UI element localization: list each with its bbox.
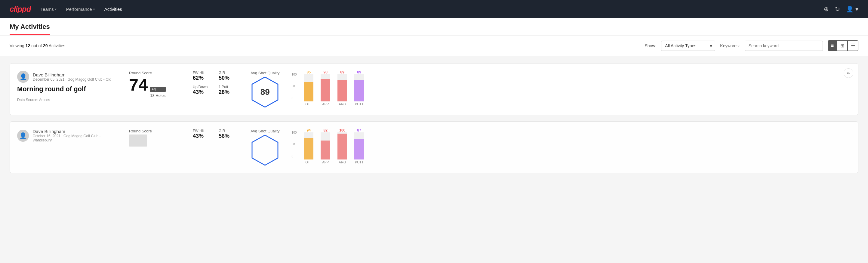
avatar-2: 👤 [17, 130, 29, 142]
bar-app-track [320, 74, 330, 101]
bar-putt-2: 87 PUTT [354, 128, 364, 164]
hex-score: 89 [260, 87, 270, 97]
user-info: Dave Billingham December 05, 2021 · Gog … [33, 72, 111, 82]
list-detail-view-button[interactable]: ☰ [847, 40, 858, 51]
bar-ott-label: OTT [305, 102, 312, 106]
hexagon-wrapper-2 [251, 135, 280, 166]
performance-chevron-icon: ▾ [93, 7, 95, 11]
user-menu-icon[interactable]: 👤 ▾ [846, 5, 858, 12]
bar-chart: 100 50 0 85 OTT 90 [287, 73, 395, 106]
logo[interactable]: clippd [10, 4, 31, 14]
bar-app-value: 90 [323, 70, 328, 74]
bar-app-label: APP [322, 102, 329, 106]
stat-gir: GIR 50% [219, 71, 241, 81]
score-placeholder [129, 135, 147, 147]
quality-label-and-hex-2: Avg Shot Quality [251, 129, 280, 166]
stats-section: FW Hit 62% GIR 50% Up/Down 43% 1 Putt 28… [193, 71, 241, 95]
navbar: clippd Teams ▾ Performance ▾ Activities … [0, 0, 868, 18]
round-score-label-2: Round Score [129, 129, 183, 133]
activity-type-select-wrapper: All Activity Types ▾ [661, 40, 715, 51]
stat-1putt: 1 Putt 28% [219, 85, 241, 95]
user-date-2: October 16, 2021 · Gog Magog Golf Club -… [32, 134, 119, 142]
hexagon-wrapper: 89 [251, 77, 280, 108]
nav-teams[interactable]: Teams ▾ [40, 5, 57, 13]
viewing-text: Viewing 12 out of 29 Activities [10, 43, 640, 48]
bar-putt-track [354, 74, 364, 101]
add-icon[interactable]: ⊕ [824, 5, 829, 12]
stat-fw-hit-2: FW Hit 43% [193, 129, 215, 139]
round-score-label: Round Score [129, 71, 183, 75]
activity-card-2: 👤 Dave Billingham October 16, 2021 · Gog… [10, 121, 858, 173]
nav-performance[interactable]: Performance ▾ [66, 5, 95, 13]
score-badge: +4 [150, 87, 165, 92]
show-label: Show: [645, 43, 656, 48]
quality-section-2: Avg Shot Quality 100 50 0 [251, 129, 395, 166]
bar-ott: 85 OTT [304, 70, 313, 106]
y-label-100: 100 [292, 73, 297, 76]
user-name-2: Dave Billingham [32, 129, 119, 134]
user-date: December 05, 2021 · Gog Magog Golf Club … [33, 77, 111, 82]
grid-view-button[interactable]: ⊞ [837, 40, 847, 51]
activity-title: Morning round of golf [17, 85, 119, 93]
score-main: 74 +4 18 Holes [129, 77, 183, 98]
user-row: 👤 Dave Billingham December 05, 2021 · Go… [17, 71, 119, 83]
bar-arg-label: ARG [339, 102, 346, 106]
bar-putt-label: PUTT [355, 102, 364, 106]
activity-card: ✏ 👤 Dave Billingham December 05, 2021 · … [10, 63, 858, 115]
bar-app-2: 82 APP [320, 128, 330, 164]
y-label-50: 50 [292, 85, 297, 88]
score-section: Round Score 74 +4 18 Holes [129, 71, 183, 98]
quality-label-2: Avg Shot Quality [251, 129, 280, 133]
bar-arg-2: 106 ARG [337, 128, 347, 164]
nav-icons: ⊕ ↻ 👤 ▾ [824, 5, 858, 12]
viewing-count: 12 [26, 43, 30, 48]
teams-chevron-icon: ▾ [55, 7, 57, 11]
data-source: Data Source: Arccos [17, 98, 119, 102]
bar-chart-2: 100 50 0 94 OTT 82 [287, 131, 395, 164]
bar-app-fill [320, 79, 330, 101]
card-left-2: 👤 Dave Billingham October 16, 2021 · Gog… [17, 129, 119, 145]
hexagon: 89 [251, 77, 279, 108]
bar-ott-track [304, 74, 313, 101]
bar-putt-fill [354, 80, 364, 101]
bar-ott-value: 85 [307, 70, 311, 74]
bar-ott-2: 94 OTT [304, 128, 313, 164]
view-buttons: ≡ ⊞ ☰ [828, 40, 858, 51]
stat-updown: Up/Down 43% [193, 85, 215, 95]
bar-putt-value: 89 [357, 70, 361, 74]
y-label-0: 0 [292, 96, 297, 100]
page-header: My Activities [0, 18, 868, 35]
bars-container-2: 100 50 0 94 OTT 82 [292, 131, 395, 164]
search-input[interactable] [745, 40, 823, 51]
stats-section-2: FW Hit 43% GIR 56% [193, 129, 241, 139]
y-axis: 100 50 0 [292, 73, 297, 100]
content: ✏ 👤 Dave Billingham December 05, 2021 · … [0, 56, 868, 186]
hexagon-2 [251, 135, 279, 166]
bars-container: 100 50 0 85 OTT 90 [292, 73, 395, 106]
user-row-2: 👤 Dave Billingham October 16, 2021 · Gog… [17, 129, 119, 142]
bar-arg-track [337, 74, 347, 101]
score-section-2: Round Score [129, 129, 183, 147]
refresh-icon[interactable]: ↻ [835, 5, 840, 12]
list-compact-view-button[interactable]: ≡ [828, 40, 837, 51]
quality-label: Avg Shot Quality [251, 71, 280, 75]
edit-button[interactable]: ✏ [844, 68, 853, 78]
quality-label-and-hex: Avg Shot Quality 89 [251, 71, 280, 108]
user-name: Dave Billingham [33, 72, 111, 77]
y-axis-2: 100 50 0 [292, 131, 297, 158]
bar-arg-value: 89 [340, 70, 344, 74]
quality-section: Avg Shot Quality 89 100 50 [251, 71, 395, 108]
stat-fw-hit: FW Hit 62% [193, 71, 215, 81]
bar-ott-fill [304, 82, 313, 101]
stat-gir-2: GIR 56% [219, 129, 241, 139]
toolbar: Viewing 12 out of 29 Activities Show: Al… [0, 35, 868, 56]
score-holes: 18 Holes [150, 93, 165, 98]
bar-app: 90 APP [320, 70, 330, 106]
page-title: My Activities [10, 23, 50, 35]
bar-putt: 89 PUTT [354, 70, 364, 106]
score-number: 74 [129, 77, 148, 93]
score-meta: +4 18 Holes [150, 87, 165, 98]
user-info-2: Dave Billingham October 16, 2021 · Gog M… [32, 129, 119, 142]
activity-type-select[interactable]: All Activity Types [661, 40, 715, 51]
nav-activities[interactable]: Activities [104, 5, 122, 13]
